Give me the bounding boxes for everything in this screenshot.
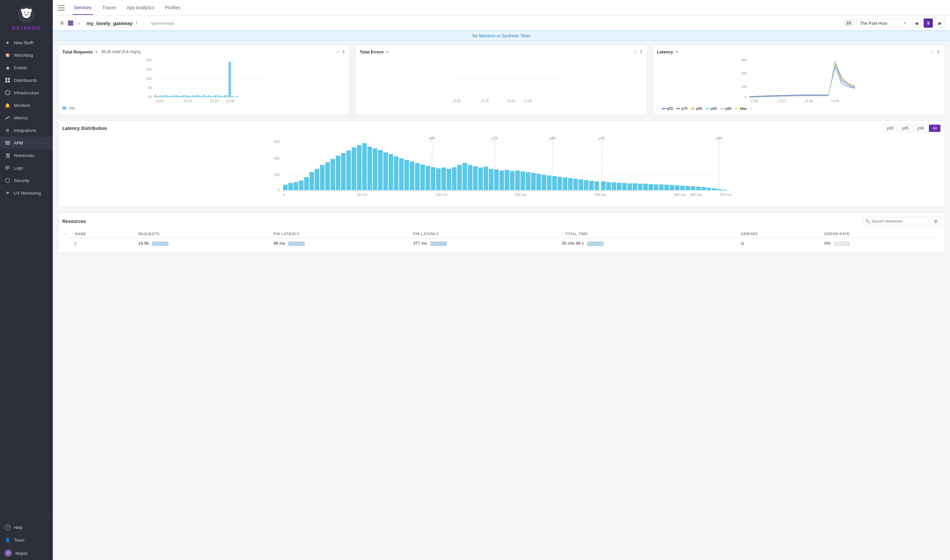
svg-rect-58 <box>217 95 219 97</box>
svg-rect-156 <box>526 172 530 190</box>
sidebar-item-user[interactable]: D dlopez <box>0 546 53 560</box>
total-errors-svg: 13:00 13:15 13:30 13:45 <box>360 57 643 103</box>
dropdown-icon: ▼ <box>675 50 679 54</box>
expand-icon[interactable]: ⤢ <box>633 49 637 54</box>
chart-title[interactable]: Latency ▼ <box>657 49 679 54</box>
svg-point-202 <box>935 221 936 222</box>
sidebar-item-apm[interactable]: APM › <box>0 137 53 149</box>
col-header-requests[interactable]: REQUESTS <box>135 230 271 238</box>
svg-rect-50 <box>199 95 200 97</box>
prev-legend-btn[interactable]: ‹ <box>657 106 658 111</box>
col-header-name[interactable]: NAME <box>72 230 135 238</box>
dist-btn-p95[interactable]: p95 <box>899 125 912 132</box>
sidebar-item-dashboards[interactable]: Dashboards › <box>0 74 53 86</box>
svg-text:p99: p99 <box>716 136 722 140</box>
time-pause-btn[interactable]: ⏸ <box>924 18 933 28</box>
svg-rect-157 <box>531 173 536 190</box>
sidebar-item-logs[interactable]: Logs <box>0 162 53 174</box>
monitor-banner[interactable]: No Monitors or Synthetic Tests <box>53 31 950 41</box>
sidebar-item-help[interactable]: ? Help <box>0 521 53 534</box>
chart-header: Total Errors ▼ ⤢ ⬆ <box>360 49 643 54</box>
charts-row: Total Requests ▼ 20.2k total (5.6 req/s)… <box>58 45 945 115</box>
menu-icon-btn[interactable] <box>58 5 65 11</box>
chevron-right-icon: › <box>47 141 48 145</box>
resources-settings-btn[interactable] <box>931 217 941 226</box>
svg-rect-179 <box>648 184 653 190</box>
new-stuff-icon: ★ <box>5 40 11 46</box>
svg-rect-152 <box>505 170 509 190</box>
svg-rect-161 <box>552 176 557 190</box>
logs-icon <box>5 165 11 171</box>
svg-rect-131 <box>394 156 399 190</box>
download-icon[interactable]: ⬆ <box>342 49 346 54</box>
sidebar-item-security[interactable]: Security › <box>0 174 53 187</box>
sidebar-item-monitors[interactable]: 🔔 Monitors <box>0 99 53 111</box>
latency-legend-p95: p95 <box>705 106 717 111</box>
download-icon[interactable]: ⬆ <box>936 49 941 54</box>
info-icon[interactable]: ℹ <box>136 21 137 25</box>
col-header-errors[interactable]: ERRORS <box>739 230 822 238</box>
search-resources-input[interactable] <box>862 217 928 226</box>
tab-traces[interactable]: Traces <box>101 1 117 15</box>
sidebar-item-team[interactable]: 👤 Team <box>0 534 53 546</box>
search-input-wrap: 🔍 <box>862 217 928 226</box>
sidebar-item-label: New Stuff! <box>14 40 44 45</box>
row-name[interactable]: / <box>72 238 135 249</box>
col-header-total-time[interactable]: ↓ TOTAL TIME <box>559 230 739 238</box>
next-legend-btn[interactable]: › <box>750 106 751 111</box>
svg-rect-178 <box>643 184 648 190</box>
expand-icon[interactable]: ⤢ <box>930 49 935 54</box>
total-time-mini-bar <box>587 242 604 246</box>
latency-legend-p50: p50 <box>662 106 673 111</box>
svg-rect-34 <box>162 95 163 97</box>
svg-text:13:30: 13:30 <box>210 99 218 103</box>
top-nav: Services Traces App Analytics Profiles <box>53 0 950 16</box>
svg-text:300 ms: 300 ms <box>690 192 702 197</box>
sidebar-item-ux-monitoring[interactable]: 👁 UX Monitoring › <box>0 187 53 199</box>
tab-profiles[interactable]: Profiles <box>163 1 182 15</box>
sidebar-item-metrics[interactable]: Metrics <box>0 111 53 124</box>
svg-text:0: 0 <box>278 188 280 192</box>
tab-app-analytics[interactable]: App Analytics <box>125 1 156 15</box>
time-range-dropdown[interactable]: The Past Hour The Past 4 Hours The Past … <box>856 19 909 28</box>
svg-rect-151 <box>499 171 504 190</box>
dist-btn-all[interactable]: All <box>929 125 941 132</box>
expand-icon[interactable]: ⤢ <box>336 49 340 54</box>
col-header-p50[interactable]: P50 LATENCY <box>271 230 410 238</box>
settings-icon[interactable] <box>58 19 66 27</box>
chevron-right-icon: › <box>47 41 48 45</box>
dist-btn-p99[interactable]: p99 <box>914 125 928 132</box>
row-star[interactable]: ☆ <box>62 238 72 249</box>
svg-rect-133 <box>404 160 409 190</box>
star-icon[interactable]: ☆ <box>65 241 69 246</box>
svg-text:100 ms: 100 ms <box>436 192 448 197</box>
latency-svg: 300 200 100 0 13:00 13:15 13:30 13:45 <box>657 57 941 103</box>
sidebar-item-infrastructure[interactable]: Infrastructure › <box>0 86 53 99</box>
download-icon[interactable]: ⬆ <box>639 49 643 54</box>
distribution-header: Latency Distribution p90 p95 p99 All <box>62 125 941 132</box>
svg-rect-117 <box>320 165 325 190</box>
svg-rect-121 <box>341 153 346 190</box>
svg-text:250 ms: 250 ms <box>674 192 686 197</box>
svg-rect-149 <box>489 169 493 190</box>
star-icon[interactable]: ☆ <box>75 19 83 27</box>
tab-services[interactable]: Services <box>72 1 93 15</box>
col-header-error-rate[interactable]: ERROR RATE <box>822 230 941 238</box>
sidebar-item-notebooks[interactable]: 📓 Notebooks › <box>0 149 53 162</box>
sort-icon: ↓ <box>65 232 67 236</box>
svg-rect-8 <box>5 78 7 80</box>
col-header-p99[interactable]: P99 LATENCY <box>410 230 559 238</box>
time-prev-btn[interactable]: ◀ <box>912 18 921 28</box>
chart-title[interactable]: Total Requests ▼ 20.2k total (5.6 req/s) <box>62 49 140 54</box>
chart-title[interactable]: Total Errors ▼ <box>360 49 389 54</box>
sidebar-item-watchdog[interactable]: 🐶 Watchdog <box>0 49 53 62</box>
sidebar-item-events[interactable]: ◉ Events <box>0 62 53 74</box>
time-next-btn[interactable]: ▶ <box>936 18 945 28</box>
error-rate-mini-bar <box>833 242 850 246</box>
sidebar-item-new-stuff[interactable]: ★ New Stuff! › <box>0 36 53 49</box>
svg-text:0: 0 <box>283 192 285 197</box>
sidebar-item-integrations[interactable]: ⚙ Integrations <box>0 124 53 137</box>
dist-btn-p90[interactable]: p90 <box>883 125 897 132</box>
p99-mini-bar <box>430 242 447 246</box>
svg-rect-160 <box>547 175 551 190</box>
